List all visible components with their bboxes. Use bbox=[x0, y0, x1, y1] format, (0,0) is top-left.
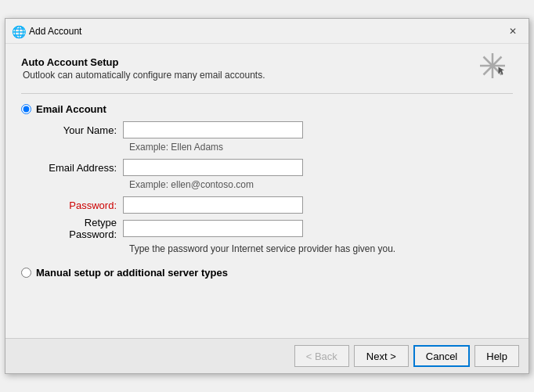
email-account-radio[interactable] bbox=[21, 104, 31, 114]
retype-password-input[interactable] bbox=[123, 220, 303, 237]
snowflake-icon bbox=[478, 52, 507, 84]
password-label: Password: bbox=[37, 200, 123, 211]
manual-setup-radio[interactable] bbox=[21, 268, 31, 278]
help-button[interactable]: Help bbox=[474, 345, 519, 367]
back-button[interactable]: < Back bbox=[294, 345, 349, 367]
email-account-section: Email Account Your Name: Example: Ellen … bbox=[21, 103, 513, 254]
dialog-title: Add Account bbox=[29, 26, 503, 37]
your-name-hint: Example: Ellen Adams bbox=[129, 142, 513, 153]
email-address-label: Email Address: bbox=[37, 162, 123, 174]
retype-password-row: Retype Password: bbox=[37, 217, 513, 240]
dialog-content: Auto Account Setup Outlook can automatic… bbox=[5, 44, 529, 291]
manual-setup-radio-label[interactable]: Manual setup or additional server types bbox=[21, 267, 513, 279]
cancel-button[interactable]: Cancel bbox=[413, 345, 470, 367]
auto-setup-heading: Auto Account Setup bbox=[21, 56, 513, 68]
divider bbox=[21, 93, 513, 94]
auto-setup-section: Auto Account Setup Outlook can automatic… bbox=[21, 56, 513, 81]
button-bar: < Back Next > Cancel Help bbox=[5, 338, 529, 373]
next-button[interactable]: Next > bbox=[354, 345, 409, 367]
manual-setup-section: Manual setup or additional server types bbox=[21, 267, 513, 279]
your-name-row: Your Name: bbox=[37, 121, 513, 138]
email-address-input[interactable] bbox=[123, 159, 303, 176]
email-form: Your Name: Example: Ellen Adams Email Ad… bbox=[37, 121, 513, 254]
email-account-radio-label[interactable]: Email Account bbox=[21, 103, 513, 115]
auto-setup-description: Outlook can automatically configure many… bbox=[23, 70, 513, 81]
password-input[interactable] bbox=[123, 196, 303, 214]
email-address-hint: Example: ellen@contoso.com bbox=[129, 179, 513, 190]
password-row: Password: bbox=[37, 196, 513, 214]
svg-point-4 bbox=[491, 64, 495, 68]
add-account-dialog: 🌐 Add Account ✕ Auto Account Setup Outlo… bbox=[5, 18, 529, 374]
password-hint: Type the password your Internet service … bbox=[129, 243, 513, 254]
email-account-label: Email Account bbox=[36, 103, 106, 115]
title-bar: 🌐 Add Account ✕ bbox=[5, 19, 529, 44]
your-name-input[interactable] bbox=[123, 121, 303, 138]
manual-setup-label: Manual setup or additional server types bbox=[36, 267, 228, 279]
your-name-label: Your Name: bbox=[37, 124, 123, 136]
email-address-row: Email Address: bbox=[37, 159, 513, 176]
retype-password-label: Retype Password: bbox=[37, 217, 123, 240]
globe-icon: 🌐 bbox=[12, 25, 24, 38]
close-button[interactable]: ✕ bbox=[503, 22, 522, 41]
